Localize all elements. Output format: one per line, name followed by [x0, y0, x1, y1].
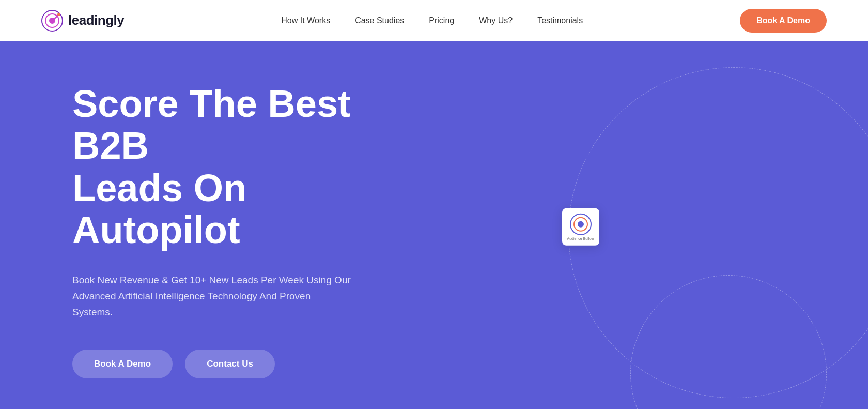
hero-title: Score The Best B2B Leads On Autopilot	[72, 83, 351, 251]
audience-card-label: Audience Builder	[567, 237, 595, 240]
nav-link-how-it-works[interactable]: How It Works	[281, 16, 330, 25]
nav-item-case-studies[interactable]: Case Studies	[355, 16, 404, 25]
navbar: leadingly How It Works Case Studies Pric…	[0, 0, 868, 41]
svg-point-7	[578, 221, 584, 228]
nav-item-how-it-works[interactable]: How It Works	[281, 16, 330, 25]
audience-builder-icon	[569, 213, 592, 236]
hero-subtitle: Book New Revenue & Get 10+ New Leads Per…	[72, 272, 351, 321]
hero-contact-us-button[interactable]: Contact Us	[185, 350, 275, 378]
nav-link-case-studies[interactable]: Case Studies	[355, 16, 404, 25]
logo-icon	[41, 10, 63, 32]
hero-content: Score The Best B2B Leads On Autopilot Bo…	[0, 41, 424, 409]
nav-link-why-us[interactable]: Why Us?	[479, 16, 513, 25]
nav-links: How It Works Case Studies Pricing Why Us…	[281, 16, 583, 25]
logo-text: leadingly	[68, 12, 124, 28]
nav-book-demo-button[interactable]: Book A Demo	[740, 9, 827, 33]
nav-item-testimonials[interactable]: Testimonials	[537, 16, 583, 25]
hero-title-line1: Score The Best B2B	[72, 82, 351, 167]
nav-item-pricing[interactable]: Pricing	[429, 16, 454, 25]
nav-item-why-us[interactable]: Why Us?	[479, 16, 513, 25]
svg-point-4	[57, 13, 60, 16]
hero-title-line2: Leads On Autopilot	[72, 166, 246, 251]
logo-area[interactable]: leadingly	[41, 10, 124, 32]
audience-builder-card: Audience Builder	[562, 208, 599, 246]
hero-section: Audience Builder Score The Best B2B Lead…	[0, 41, 868, 409]
nav-link-testimonials[interactable]: Testimonials	[537, 16, 583, 25]
nav-link-pricing[interactable]: Pricing	[429, 16, 454, 25]
hero-book-demo-button[interactable]: Book A Demo	[72, 350, 173, 378]
hero-buttons: Book A Demo Contact Us	[72, 350, 351, 378]
